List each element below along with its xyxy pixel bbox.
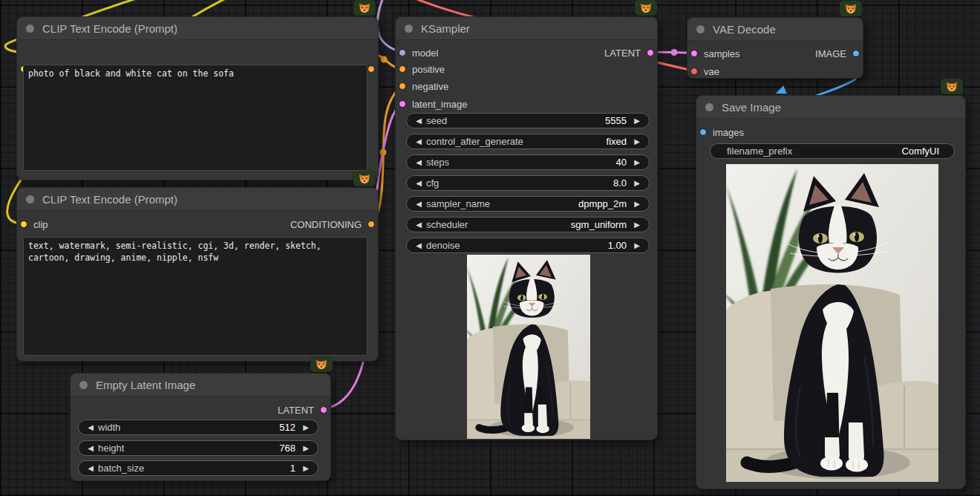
node-graph-canvas[interactable]: CLIP Text Encode (Prompt) clip CONDITION… (0, 0, 980, 496)
steps-widget[interactable]: ◀ steps 40 ▶ (406, 154, 650, 170)
input-slot-negative[interactable]: negative (399, 79, 448, 93)
output-slot-image[interactable]: IMAGE (815, 47, 860, 60)
increment-arrow-icon[interactable]: ▶ (631, 200, 643, 208)
increment-arrow-icon[interactable]: ▶ (300, 465, 312, 472)
widget-value[interactable]: 1.00 (608, 240, 631, 251)
collapse-dot-icon[interactable] (26, 25, 34, 33)
input-slot-label: model (412, 48, 438, 59)
negative-prompt-textarea[interactable]: text, watermark, semi-realistic, cgi, 3d… (23, 237, 368, 356)
input-slot-images[interactable]: images (699, 125, 744, 139)
input-slot-vae[interactable]: vae (690, 65, 719, 78)
clip-slot-dot[interactable] (20, 221, 27, 228)
increment-arrow-icon[interactable]: ▶ (631, 159, 643, 166)
denoise-widget[interactable]: ◀ denoise 1.00 ▶ (406, 238, 650, 253)
decrement-arrow-icon[interactable]: ◀ (413, 200, 425, 208)
node-clip-text-encode-positive[interactable]: CLIP Text Encode (Prompt) clip CONDITION… (16, 16, 379, 180)
node-empty-latent-image[interactable]: Empty Latent Image LATENT ◀ width 512 ▶ … (70, 373, 331, 481)
widget-value[interactable]: fixed (607, 136, 631, 147)
latent-slot-dot[interactable] (690, 50, 698, 57)
input-slot-label: positive (412, 64, 445, 75)
conditioning-slot-dot[interactable] (368, 221, 375, 228)
increment-arrow-icon[interactable]: ▶ (631, 221, 643, 229)
node-title-bar[interactable]: KSampler (396, 17, 657, 40)
widget-value[interactable]: 1 (290, 463, 300, 474)
node-title-bar[interactable]: CLIP Text Encode (Prompt) (17, 188, 378, 211)
control-after-generate-widget[interactable]: ◀ control_after_generate fixed ▶ (406, 134, 650, 149)
widget-value[interactable]: 40 (616, 157, 631, 168)
widget-name: batch_size (97, 463, 290, 474)
collapse-dot-icon[interactable] (79, 381, 88, 389)
input-slot-clip[interactable]: clip (20, 218, 48, 231)
output-slot-latent[interactable]: LATENT (278, 403, 327, 417)
widget-value[interactable]: 512 (279, 422, 300, 433)
collapse-dot-icon[interactable] (26, 195, 34, 203)
decrement-arrow-icon[interactable]: ◀ (413, 242, 425, 249)
latent-slot-dot[interactable] (399, 100, 406, 108)
model-slot-dot[interactable] (399, 49, 406, 56)
output-slot-label: LATENT (604, 48, 641, 59)
node-title-bar[interactable]: CLIP Text Encode (Prompt) (17, 17, 378, 40)
node-vae-decode[interactable]: VAE Decode samples vae IMAGE (687, 17, 863, 79)
increment-arrow-icon[interactable]: ▶ (300, 424, 312, 431)
width-widget[interactable]: ◀ width 512 ▶ (78, 420, 318, 435)
batch-size-widget[interactable]: ◀ batch_size 1 ▶ (78, 460, 318, 476)
sampler-name-widget[interactable]: ◀ sampler_name dpmpp_2m ▶ (406, 196, 650, 212)
node-title-bar[interactable]: VAE Decode (687, 18, 863, 41)
conditioning-slot-dot[interactable] (399, 65, 406, 73)
widget-name: control_after_generate (425, 136, 607, 147)
decrement-arrow-icon[interactable]: ◀ (413, 138, 425, 146)
image-slot-dot[interactable] (852, 50, 860, 57)
height-widget[interactable]: ◀ height 768 ▶ (78, 440, 318, 456)
widget-value[interactable]: 5555 (605, 115, 631, 126)
input-slot-latent-image[interactable]: latent_image (399, 97, 467, 111)
increment-arrow-icon[interactable]: ▶ (300, 445, 312, 452)
conditioning-slot-dot[interactable] (399, 82, 406, 90)
widget-value[interactable]: sgm_uniform (571, 219, 631, 230)
node-title: Save Image (722, 101, 781, 114)
vae-slot-dot[interactable] (690, 68, 698, 75)
saved-output-image (726, 164, 938, 482)
custom-node-badge (310, 356, 333, 372)
filename-prefix-widget[interactable]: filename_prefix ComfyUI (710, 143, 955, 159)
image-slot-dot[interactable] (699, 128, 707, 136)
scheduler-widget[interactable]: ◀ scheduler sgm_uniform ▶ (406, 217, 650, 232)
node-title-bar[interactable]: Empty Latent Image (71, 373, 330, 397)
output-slot-latent[interactable]: LATENT (604, 46, 654, 59)
collapse-dot-icon[interactable] (705, 103, 713, 111)
decrement-arrow-icon[interactable]: ◀ (413, 117, 425, 125)
increment-arrow-icon[interactable]: ▶ (631, 242, 643, 249)
input-slot-samples[interactable]: samples (690, 47, 739, 60)
output-slot-conditioning[interactable]: CONDITIONING (290, 218, 375, 231)
input-slot-positive[interactable]: positive (399, 62, 445, 76)
latent-slot-dot[interactable] (647, 49, 654, 56)
widget-value[interactable]: dpmpp_2m (578, 198, 631, 209)
decrement-arrow-icon[interactable]: ◀ (85, 445, 97, 452)
collapse-dot-icon[interactable] (696, 25, 705, 33)
node-ksampler[interactable]: KSampler model positive negative latent_… (395, 16, 658, 440)
decrement-arrow-icon[interactable]: ◀ (85, 465, 97, 472)
cfg-widget[interactable]: ◀ cfg 8.0 ▶ (406, 175, 650, 191)
increment-arrow-icon[interactable]: ▶ (631, 180, 643, 187)
fox-icon (845, 4, 857, 14)
decrement-arrow-icon[interactable]: ◀ (413, 159, 425, 166)
collapse-dot-icon[interactable] (405, 25, 413, 33)
node-clip-text-encode-negative[interactable]: CLIP Text Encode (Prompt) clip CONDITION… (16, 187, 379, 362)
input-slot-model[interactable]: model (399, 46, 438, 59)
increment-arrow-icon[interactable]: ▶ (631, 138, 643, 146)
node-title-bar[interactable]: Save Image (696, 96, 965, 119)
node-save-image[interactable]: Save Image images filename_prefix ComfyU… (696, 95, 966, 489)
input-slot-label: vae (704, 66, 719, 77)
decrement-arrow-icon[interactable]: ◀ (413, 180, 425, 187)
widget-value[interactable]: 8.0 (613, 177, 631, 189)
widget-value[interactable]: 768 (279, 443, 300, 454)
node-title: CLIP Text Encode (Prompt) (42, 193, 177, 206)
input-slot-label: samples (704, 48, 739, 59)
decrement-arrow-icon[interactable]: ◀ (85, 424, 97, 431)
widget-value[interactable]: ComfyUI (901, 146, 948, 157)
increment-arrow-icon[interactable]: ▶ (631, 117, 643, 125)
latent-slot-dot[interactable] (320, 406, 327, 414)
conditioning-slot-dot[interactable] (368, 65, 375, 73)
seed-widget[interactable]: ◀ seed 5555 ▶ (406, 113, 650, 128)
positive-prompt-textarea[interactable]: photo of black and white cat on the sofa (23, 65, 368, 171)
decrement-arrow-icon[interactable]: ◀ (413, 221, 425, 229)
